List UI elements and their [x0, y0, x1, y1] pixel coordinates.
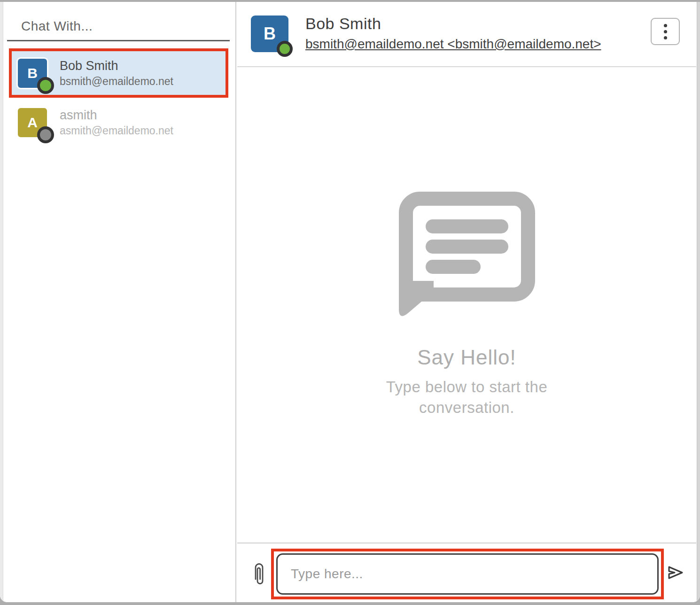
contact-text: Bob Smith bsmith@emaildemo.net — [60, 58, 173, 87]
contact-item-bob-smith[interactable]: B Bob Smith bsmith@emaildemo.net — [12, 51, 226, 95]
chat-panel: B Bob Smith bsmith@emaildemo.net <bsmith… — [237, 2, 696, 602]
avatar-initial: A — [27, 115, 38, 131]
contact-email: asmith@emaildemo.net — [60, 124, 173, 137]
contact-name: asmith — [60, 108, 173, 123]
status-offline-icon — [37, 126, 54, 143]
chat-bubble-icon — [399, 192, 535, 319]
empty-state-title: Say Hello! — [417, 346, 516, 369]
conversation-area: Say Hello! Type below to start the conve… — [237, 67, 696, 543]
status-online-icon — [37, 77, 54, 94]
status-online-icon — [277, 41, 293, 57]
avatar-initial: B — [27, 65, 38, 81]
header-avatar: B — [251, 16, 288, 52]
window-left-edge — [0, 2, 3, 602]
kebab-menu-icon — [664, 36, 667, 39]
kebab-menu-icon — [664, 24, 667, 27]
kebab-menu-icon — [664, 30, 667, 33]
chat-title: Bob Smith — [305, 15, 381, 33]
send-message-button[interactable] — [665, 563, 685, 582]
kebab-menu-button[interactable] — [651, 18, 680, 45]
chat-header: B Bob Smith bsmith@emaildemo.net <bsmith… — [237, 2, 696, 67]
contact-item-asmith[interactable]: A asmith asmith@emaildemo.net — [4, 101, 235, 144]
sidebar-heading: Chat With... — [21, 19, 235, 34]
sidebar-divider — [7, 40, 230, 41]
contact-text: asmith asmith@emaildemo.net — [60, 108, 173, 137]
contacts-sidebar: Chat With... B Bob Smith bsmith@emaildem… — [4, 2, 236, 602]
contact-email-link[interactable]: bsmith@emaildemo.net <bsmith@emaildemo.n… — [305, 37, 601, 52]
attach-file-button[interactable] — [252, 560, 266, 587]
chat-window: Chat With... B Bob Smith bsmith@emaildem… — [0, 2, 700, 602]
composer-bar — [237, 543, 696, 602]
empty-state-subtitle: Type below to start the conversation. — [364, 377, 570, 418]
message-input[interactable] — [276, 553, 659, 595]
annotation-box-composer — [271, 549, 664, 599]
paperclip-icon — [252, 560, 266, 587]
annotation-box-contact: B Bob Smith bsmith@emaildemo.net — [9, 48, 228, 98]
contact-name: Bob Smith — [60, 58, 173, 73]
avatar-initial: B — [264, 24, 276, 44]
contact-avatar: A — [18, 108, 47, 137]
window-right-edge — [697, 2, 700, 602]
contact-email: bsmith@emaildemo.net — [60, 75, 173, 88]
send-icon — [665, 563, 685, 582]
contact-avatar: B — [18, 59, 47, 88]
